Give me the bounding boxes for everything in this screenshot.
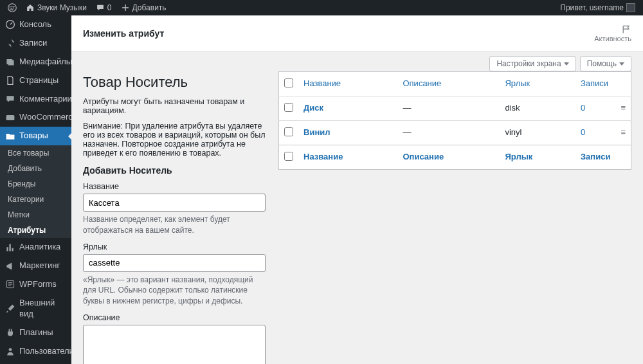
- slug-hint: «Ярлык» — это вариант названия, подходящ…: [83, 275, 266, 307]
- heading: Товар Носитель: [83, 74, 266, 91]
- row-checkbox[interactable]: [284, 127, 293, 136]
- row-slug: disk: [500, 96, 575, 121]
- menu-label: Пользователи: [19, 346, 71, 357]
- slug-input[interactable]: [83, 254, 266, 272]
- menu-wpforms[interactable]: WPForms: [0, 275, 71, 294]
- menu-posts[interactable]: Записи: [0, 34, 71, 53]
- comments-count: 0: [107, 3, 112, 12]
- menu-marketing[interactable]: Маркетинг: [0, 257, 71, 275]
- comments-link[interactable]: 0: [92, 0, 116, 15]
- menu-label: Комментарии: [19, 94, 71, 105]
- menu-comments[interactable]: Комментарии: [0, 90, 71, 109]
- sub-tags[interactable]: Метки: [0, 207, 71, 223]
- drag-handle-icon[interactable]: ≡: [620, 127, 626, 137]
- drag-handle-icon[interactable]: ≡: [620, 103, 626, 113]
- user-icon: [5, 346, 15, 356]
- comment-icon: [5, 94, 15, 104]
- row-posts[interactable]: 0: [581, 127, 585, 137]
- menu-label: WooCommerce: [19, 112, 71, 123]
- menu-label: Аналитика: [19, 242, 60, 253]
- form-icon: [5, 279, 15, 289]
- col-name[interactable]: Название: [303, 78, 341, 88]
- terms-table: Название Описание Ярлык Записи Диск —: [278, 71, 631, 170]
- sub-add[interactable]: Добавить: [0, 161, 71, 176]
- pin-icon: [5, 38, 15, 48]
- chevron-down-icon: [564, 62, 569, 66]
- col-desc[interactable]: Описание: [403, 78, 441, 88]
- page-title: Изменить атрибут: [83, 28, 164, 39]
- row-title[interactable]: Винил: [303, 127, 330, 137]
- chevron-down-icon: [619, 62, 624, 66]
- name-hint: Название определяет, как элемент будет о…: [83, 214, 266, 236]
- title-bar: Изменить атрибут Активность: [71, 15, 643, 52]
- sub-attributes[interactable]: Атрибуты: [0, 223, 71, 238]
- row-title[interactable]: Диск: [303, 103, 323, 113]
- activity-button[interactable]: Активность: [594, 24, 631, 42]
- site-name-link[interactable]: Звуки Музыки: [22, 0, 91, 15]
- col-posts[interactable]: Записи: [581, 78, 608, 88]
- name-input[interactable]: [83, 194, 266, 212]
- warning-text: Внимание: При удаление атрибута вы удаля…: [83, 122, 266, 158]
- menu-label: Плагины: [19, 327, 53, 338]
- sub-all-products[interactable]: Все товары: [0, 145, 71, 161]
- row-slug: vinyl: [500, 121, 575, 145]
- menu-label: Медиафайлы: [19, 57, 71, 68]
- admin-sidebar: Консоль Записи Медиафайлы Страницы Комме…: [0, 15, 71, 364]
- menu-woocommerce[interactable]: WooCommerce: [0, 108, 71, 127]
- menu-analytics[interactable]: Аналитика: [0, 238, 71, 257]
- sub-brands[interactable]: Бренды: [0, 176, 71, 192]
- menu-label: Внешний вид: [19, 298, 66, 320]
- name-label: Название: [83, 182, 266, 191]
- menu-users[interactable]: Пользователи: [0, 342, 71, 361]
- plus-icon: [121, 3, 130, 12]
- menu-label: Консоль: [19, 19, 51, 30]
- row-posts[interactable]: 0: [581, 103, 585, 113]
- add-new-link[interactable]: Добавить: [117, 0, 170, 15]
- add-label: Добавить: [132, 3, 167, 12]
- row-checkbox[interactable]: [284, 103, 293, 112]
- svg-rect-2: [6, 115, 15, 120]
- screen-options-tab[interactable]: Настройки экрана: [489, 56, 575, 71]
- user-greeting[interactable]: Привет, username: [556, 0, 639, 15]
- menu-label: Товары: [19, 131, 48, 141]
- folder-icon: [5, 131, 15, 141]
- menu-label: Маркетинг: [19, 260, 60, 271]
- col-slug[interactable]: Ярлык: [505, 152, 532, 161]
- sub-categories[interactable]: Категории: [0, 192, 71, 207]
- admin-bar: Звуки Музыки 0 Добавить Привет, username: [0, 0, 643, 15]
- menu-products[interactable]: Товары: [0, 127, 71, 145]
- desc-textarea[interactable]: [83, 325, 266, 364]
- help-tab[interactable]: Помощь: [580, 56, 631, 71]
- menu-plugins[interactable]: Плагины: [0, 323, 71, 342]
- col-desc[interactable]: Описание: [403, 152, 444, 161]
- menu-label: WPForms: [19, 279, 57, 290]
- menu-pages[interactable]: Страницы: [0, 71, 71, 90]
- screen-meta-links: Настройки экрана Помощь: [71, 52, 643, 71]
- menu-label: Страницы: [19, 75, 59, 86]
- menu-dashboard[interactable]: Консоль: [0, 15, 71, 34]
- site-name: Звуки Музыки: [37, 3, 87, 12]
- main-content: Изменить атрибут Активность Настройки эк…: [71, 15, 643, 364]
- brush-icon: [5, 304, 15, 314]
- table-row: Винил — vinyl 0 ≡: [279, 121, 631, 145]
- col-slug[interactable]: Ярлык: [505, 78, 530, 88]
- dashboard-icon: [5, 19, 15, 30]
- greeting-text: Привет, username: [560, 3, 624, 12]
- menu-appearance[interactable]: Внешний вид: [0, 294, 71, 323]
- form-heading: Добавить Носитель: [83, 165, 266, 176]
- wp-logo[interactable]: [4, 0, 21, 15]
- intro-text: Атрибуты могут быть назначены товарам и …: [83, 97, 266, 115]
- table-row: Диск — disk 0 ≡: [279, 96, 631, 121]
- select-all-bottom[interactable]: [284, 152, 293, 161]
- menu-tools[interactable]: Инструменты: [0, 360, 71, 364]
- col-name[interactable]: Название: [303, 152, 343, 161]
- menu-media[interactable]: Медиафайлы: [0, 53, 71, 71]
- flag-icon: [621, 24, 631, 35]
- svg-point-4: [9, 348, 12, 351]
- select-all-top[interactable]: [284, 78, 293, 87]
- media-icon: [5, 57, 15, 67]
- col-posts[interactable]: Записи: [581, 152, 610, 161]
- woo-icon: [5, 113, 15, 123]
- page-icon: [5, 75, 15, 86]
- left-column: Товар Носитель Атрибуты могут быть назна…: [83, 71, 266, 364]
